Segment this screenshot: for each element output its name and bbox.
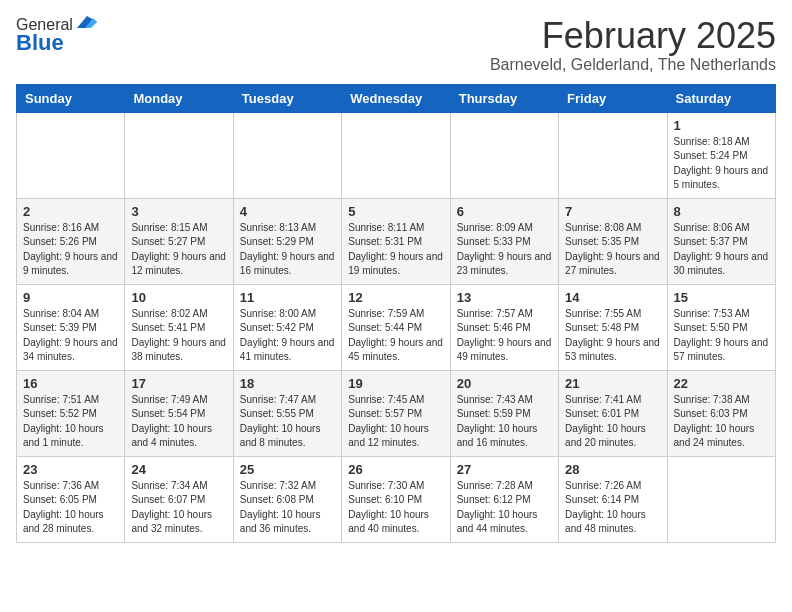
day-number: 21 <box>565 376 660 391</box>
calendar-cell: 13Sunrise: 7:57 AM Sunset: 5:46 PM Dayli… <box>450 284 558 370</box>
calendar-cell <box>125 112 233 198</box>
header: General Blue February 2025 Barneveld, Ge… <box>16 16 776 74</box>
calendar-cell: 8Sunrise: 8:06 AM Sunset: 5:37 PM Daylig… <box>667 198 775 284</box>
calendar-cell: 16Sunrise: 7:51 AM Sunset: 5:52 PM Dayli… <box>17 370 125 456</box>
weekday-header-wednesday: Wednesday <box>342 84 450 112</box>
weekday-header-saturday: Saturday <box>667 84 775 112</box>
day-number: 28 <box>565 462 660 477</box>
day-number: 23 <box>23 462 118 477</box>
calendar-cell: 5Sunrise: 8:11 AM Sunset: 5:31 PM Daylig… <box>342 198 450 284</box>
day-number: 18 <box>240 376 335 391</box>
day-number: 7 <box>565 204 660 219</box>
day-number: 6 <box>457 204 552 219</box>
day-info: Sunrise: 7:45 AM Sunset: 5:57 PM Dayligh… <box>348 393 443 451</box>
day-info: Sunrise: 8:00 AM Sunset: 5:42 PM Dayligh… <box>240 307 335 365</box>
day-number: 11 <box>240 290 335 305</box>
calendar-cell: 27Sunrise: 7:28 AM Sunset: 6:12 PM Dayli… <box>450 456 558 542</box>
day-number: 27 <box>457 462 552 477</box>
day-number: 16 <box>23 376 118 391</box>
calendar-cell: 15Sunrise: 7:53 AM Sunset: 5:50 PM Dayli… <box>667 284 775 370</box>
day-info: Sunrise: 8:15 AM Sunset: 5:27 PM Dayligh… <box>131 221 226 279</box>
day-info: Sunrise: 7:53 AM Sunset: 5:50 PM Dayligh… <box>674 307 769 365</box>
day-info: Sunrise: 7:43 AM Sunset: 5:59 PM Dayligh… <box>457 393 552 451</box>
day-info: Sunrise: 8:04 AM Sunset: 5:39 PM Dayligh… <box>23 307 118 365</box>
day-info: Sunrise: 7:32 AM Sunset: 6:08 PM Dayligh… <box>240 479 335 537</box>
day-info: Sunrise: 8:09 AM Sunset: 5:33 PM Dayligh… <box>457 221 552 279</box>
day-info: Sunrise: 7:34 AM Sunset: 6:07 PM Dayligh… <box>131 479 226 537</box>
day-number: 20 <box>457 376 552 391</box>
title-area: February 2025 Barneveld, Gelderland, The… <box>490 16 776 74</box>
calendar-cell: 14Sunrise: 7:55 AM Sunset: 5:48 PM Dayli… <box>559 284 667 370</box>
day-number: 2 <box>23 204 118 219</box>
calendar-cell: 3Sunrise: 8:15 AM Sunset: 5:27 PM Daylig… <box>125 198 233 284</box>
calendar-cell: 6Sunrise: 8:09 AM Sunset: 5:33 PM Daylig… <box>450 198 558 284</box>
day-number: 3 <box>131 204 226 219</box>
logo-icon <box>75 14 97 30</box>
day-number: 10 <box>131 290 226 305</box>
day-number: 15 <box>674 290 769 305</box>
day-info: Sunrise: 7:28 AM Sunset: 6:12 PM Dayligh… <box>457 479 552 537</box>
calendar-cell: 28Sunrise: 7:26 AM Sunset: 6:14 PM Dayli… <box>559 456 667 542</box>
day-number: 19 <box>348 376 443 391</box>
calendar-week-3: 9Sunrise: 8:04 AM Sunset: 5:39 PM Daylig… <box>17 284 776 370</box>
calendar-cell <box>342 112 450 198</box>
day-info: Sunrise: 8:18 AM Sunset: 5:24 PM Dayligh… <box>674 135 769 193</box>
calendar-week-5: 23Sunrise: 7:36 AM Sunset: 6:05 PM Dayli… <box>17 456 776 542</box>
day-info: Sunrise: 8:02 AM Sunset: 5:41 PM Dayligh… <box>131 307 226 365</box>
day-number: 13 <box>457 290 552 305</box>
day-number: 9 <box>23 290 118 305</box>
day-number: 4 <box>240 204 335 219</box>
month-title: February 2025 <box>490 16 776 56</box>
calendar-cell: 26Sunrise: 7:30 AM Sunset: 6:10 PM Dayli… <box>342 456 450 542</box>
day-number: 12 <box>348 290 443 305</box>
day-info: Sunrise: 7:55 AM Sunset: 5:48 PM Dayligh… <box>565 307 660 365</box>
calendar-cell: 1Sunrise: 8:18 AM Sunset: 5:24 PM Daylig… <box>667 112 775 198</box>
calendar-cell <box>17 112 125 198</box>
weekday-header-friday: Friday <box>559 84 667 112</box>
day-info: Sunrise: 8:06 AM Sunset: 5:37 PM Dayligh… <box>674 221 769 279</box>
day-info: Sunrise: 7:51 AM Sunset: 5:52 PM Dayligh… <box>23 393 118 451</box>
weekday-header-tuesday: Tuesday <box>233 84 341 112</box>
calendar-cell: 20Sunrise: 7:43 AM Sunset: 5:59 PM Dayli… <box>450 370 558 456</box>
calendar-cell: 11Sunrise: 8:00 AM Sunset: 5:42 PM Dayli… <box>233 284 341 370</box>
calendar-cell: 22Sunrise: 7:38 AM Sunset: 6:03 PM Dayli… <box>667 370 775 456</box>
calendar-week-1: 1Sunrise: 8:18 AM Sunset: 5:24 PM Daylig… <box>17 112 776 198</box>
day-info: Sunrise: 8:11 AM Sunset: 5:31 PM Dayligh… <box>348 221 443 279</box>
location-title: Barneveld, Gelderland, The Netherlands <box>490 56 776 74</box>
day-info: Sunrise: 7:41 AM Sunset: 6:01 PM Dayligh… <box>565 393 660 451</box>
day-number: 1 <box>674 118 769 133</box>
calendar-week-4: 16Sunrise: 7:51 AM Sunset: 5:52 PM Dayli… <box>17 370 776 456</box>
calendar-cell <box>450 112 558 198</box>
logo-blue-text: Blue <box>16 30 64 56</box>
calendar-cell <box>559 112 667 198</box>
calendar-cell: 4Sunrise: 8:13 AM Sunset: 5:29 PM Daylig… <box>233 198 341 284</box>
calendar-cell: 10Sunrise: 8:02 AM Sunset: 5:41 PM Dayli… <box>125 284 233 370</box>
day-info: Sunrise: 7:36 AM Sunset: 6:05 PM Dayligh… <box>23 479 118 537</box>
calendar-cell: 23Sunrise: 7:36 AM Sunset: 6:05 PM Dayli… <box>17 456 125 542</box>
day-info: Sunrise: 7:49 AM Sunset: 5:54 PM Dayligh… <box>131 393 226 451</box>
logo: General Blue <box>16 16 97 56</box>
day-info: Sunrise: 7:57 AM Sunset: 5:46 PM Dayligh… <box>457 307 552 365</box>
calendar-cell: 24Sunrise: 7:34 AM Sunset: 6:07 PM Dayli… <box>125 456 233 542</box>
day-info: Sunrise: 7:59 AM Sunset: 5:44 PM Dayligh… <box>348 307 443 365</box>
day-info: Sunrise: 7:38 AM Sunset: 6:03 PM Dayligh… <box>674 393 769 451</box>
day-number: 26 <box>348 462 443 477</box>
day-number: 25 <box>240 462 335 477</box>
calendar-cell: 19Sunrise: 7:45 AM Sunset: 5:57 PM Dayli… <box>342 370 450 456</box>
calendar-table: SundayMondayTuesdayWednesdayThursdayFrid… <box>16 84 776 543</box>
day-number: 22 <box>674 376 769 391</box>
calendar-cell: 2Sunrise: 8:16 AM Sunset: 5:26 PM Daylig… <box>17 198 125 284</box>
day-number: 14 <box>565 290 660 305</box>
day-info: Sunrise: 8:08 AM Sunset: 5:35 PM Dayligh… <box>565 221 660 279</box>
calendar-cell: 7Sunrise: 8:08 AM Sunset: 5:35 PM Daylig… <box>559 198 667 284</box>
day-info: Sunrise: 8:13 AM Sunset: 5:29 PM Dayligh… <box>240 221 335 279</box>
weekday-header-sunday: Sunday <box>17 84 125 112</box>
calendar-cell: 18Sunrise: 7:47 AM Sunset: 5:55 PM Dayli… <box>233 370 341 456</box>
calendar-cell: 9Sunrise: 8:04 AM Sunset: 5:39 PM Daylig… <box>17 284 125 370</box>
day-number: 17 <box>131 376 226 391</box>
day-info: Sunrise: 7:30 AM Sunset: 6:10 PM Dayligh… <box>348 479 443 537</box>
calendar-cell: 25Sunrise: 7:32 AM Sunset: 6:08 PM Dayli… <box>233 456 341 542</box>
day-info: Sunrise: 7:26 AM Sunset: 6:14 PM Dayligh… <box>565 479 660 537</box>
calendar-cell: 17Sunrise: 7:49 AM Sunset: 5:54 PM Dayli… <box>125 370 233 456</box>
weekday-header-thursday: Thursday <box>450 84 558 112</box>
